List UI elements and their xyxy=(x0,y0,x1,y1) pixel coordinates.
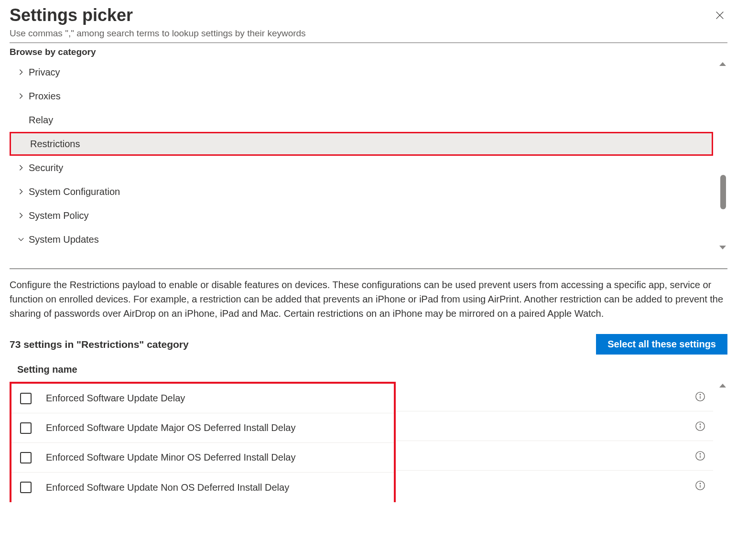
results-count: 73 settings in "Restrictions" category xyxy=(10,339,189,350)
browse-by-category-label: Browse by category xyxy=(0,43,737,60)
category-description: Configure the Restrictions payload to en… xyxy=(0,278,737,321)
category-label: System Updates xyxy=(29,234,713,245)
info-icon[interactable] xyxy=(695,421,705,431)
scroll-down-icon[interactable] xyxy=(719,246,726,249)
setting-name: Enforced Software Update Non OS Deferred… xyxy=(46,482,389,493)
header: Settings picker Use commas "," among sea… xyxy=(0,0,737,39)
chevron-right-icon xyxy=(13,188,29,195)
svg-point-7 xyxy=(700,424,700,424)
close-icon xyxy=(715,10,725,21)
setting-row-extend xyxy=(396,382,713,411)
info-icon[interactable] xyxy=(695,451,705,461)
settings-list: Enforced Software Update Delay Enforced … xyxy=(10,382,396,502)
info-icon[interactable] xyxy=(695,480,705,491)
setting-row[interactable]: Enforced Software Update Delay xyxy=(11,384,394,413)
setting-name: Enforced Software Update Delay xyxy=(46,393,389,404)
svg-point-13 xyxy=(700,483,700,484)
info-icon[interactable] xyxy=(695,391,705,402)
category-item-system-configuration[interactable]: System Configuration xyxy=(10,180,713,204)
category-item-proxies[interactable]: Proxies xyxy=(10,84,713,108)
chevron-right-icon xyxy=(13,69,29,75)
category-item-system-policy[interactable]: System Policy xyxy=(10,204,713,227)
setting-row[interactable]: Enforced Software Update Minor OS Deferr… xyxy=(11,443,394,473)
chevron-down-icon xyxy=(13,236,29,243)
results-bar: 73 settings in "Restrictions" category S… xyxy=(0,321,737,361)
category-label: Restrictions xyxy=(30,139,712,150)
category-label: Proxies xyxy=(29,91,713,102)
chevron-right-icon xyxy=(13,164,29,171)
category-label: Relay xyxy=(29,115,713,126)
category-item-privacy[interactable]: Privacy xyxy=(10,60,713,84)
category-item-security[interactable]: Security xyxy=(10,156,713,180)
settings-scrollbar[interactable] xyxy=(718,382,727,388)
setting-row[interactable]: Enforced Software Update Non OS Deferred… xyxy=(11,473,394,502)
setting-checkbox[interactable] xyxy=(20,393,32,404)
category-item-restrictions[interactable]: Restrictions xyxy=(10,132,713,156)
setting-checkbox[interactable] xyxy=(20,422,32,434)
scroll-thumb[interactable] xyxy=(720,175,726,209)
section-divider xyxy=(10,269,727,269)
category-item-system-updates[interactable]: System Updates xyxy=(10,227,713,251)
category-label: Privacy xyxy=(29,67,713,78)
category-label: Security xyxy=(29,162,713,173)
select-all-button[interactable]: Select all these settings xyxy=(596,334,727,355)
setting-checkbox[interactable] xyxy=(20,452,32,463)
svg-point-10 xyxy=(700,453,700,454)
setting-row-extend xyxy=(396,441,713,471)
category-list: Privacy Proxies Relay Restrictions S xyxy=(10,60,727,251)
category-label: System Policy xyxy=(29,210,713,221)
settings-column-header: Setting name xyxy=(0,361,737,382)
setting-row[interactable]: Enforced Software Update Major OS Deferr… xyxy=(11,413,394,443)
setting-row-extend xyxy=(396,471,713,500)
setting-name: Enforced Software Update Major OS Deferr… xyxy=(46,422,389,433)
setting-row-extend xyxy=(396,411,713,441)
category-scrollbar[interactable] xyxy=(718,60,727,251)
svg-point-4 xyxy=(700,394,700,395)
setting-checkbox[interactable] xyxy=(20,482,32,493)
category-item-relay[interactable]: Relay xyxy=(10,108,713,132)
page-title: Settings picker xyxy=(10,5,727,25)
setting-name: Enforced Software Update Minor OS Deferr… xyxy=(46,452,389,463)
scroll-up-icon[interactable] xyxy=(719,384,726,388)
scroll-up-icon[interactable] xyxy=(719,62,726,66)
page-subtitle: Use commas "," among search terms to loo… xyxy=(10,28,727,39)
chevron-right-icon xyxy=(13,212,29,219)
close-button[interactable] xyxy=(713,9,726,22)
category-label: System Configuration xyxy=(29,186,713,197)
chevron-right-icon xyxy=(13,93,29,99)
